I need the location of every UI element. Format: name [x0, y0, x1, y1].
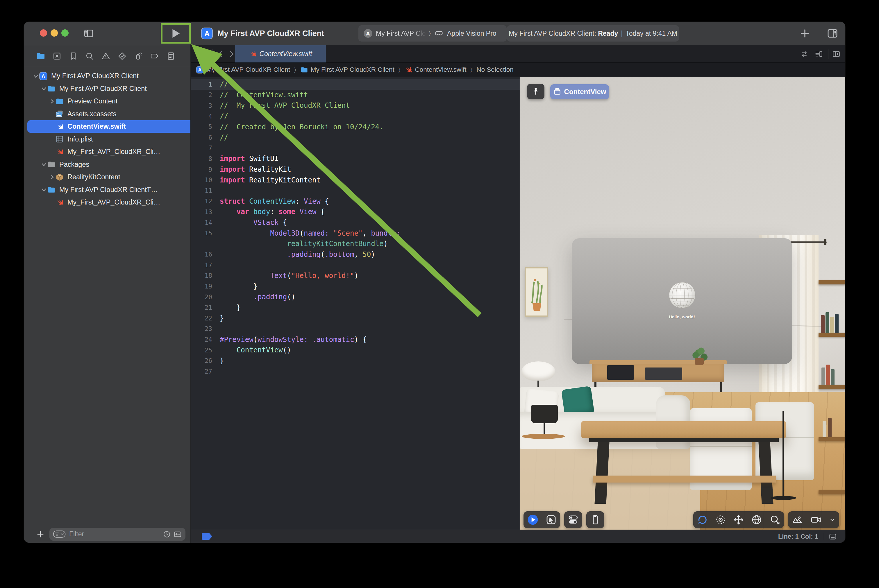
disclosure-down-icon[interactable] — [41, 161, 47, 168]
navigator-tab-issues[interactable] — [101, 51, 110, 61]
play-preview-button[interactable] — [527, 514, 539, 525]
scene-button[interactable] — [792, 514, 803, 525]
code-line-26[interactable]: 26} — [191, 355, 520, 366]
camera-button[interactable] — [810, 514, 822, 525]
breadcrumb-item[interactable]: AMy First AVP CloudXR Client — [196, 66, 290, 74]
navigator-tab-breakpoints[interactable] — [150, 51, 159, 61]
forward-chevron-icon[interactable] — [227, 50, 236, 58]
navigator-tab-project[interactable] — [36, 51, 45, 61]
code-line-21[interactable]: 21 } — [191, 302, 520, 313]
tree-item-my-first-avp-cloudxr-client[interactable]: AMy First AVP CloudXR Client — [27, 70, 192, 82]
flags-filter-icon[interactable] — [173, 530, 182, 538]
recents-clock-icon[interactable] — [163, 530, 171, 538]
code-line-1[interactable]: 1// — [191, 79, 520, 90]
sidebar-toggle-icon[interactable] — [83, 28, 94, 39]
orbit-button[interactable] — [715, 514, 726, 525]
navigator-tab-bookmarks[interactable] — [69, 51, 78, 61]
code-line-15[interactable]: 15 Model3D(named: "Scene", bundle: — [191, 228, 520, 238]
add-editor-icon[interactable] — [832, 50, 841, 58]
code-line-24[interactable]: 24#Preview(windowStyle: .automatic) { — [191, 334, 520, 345]
code-review-icon[interactable] — [800, 50, 808, 58]
scheme-selector[interactable]: A My First AVP Clo 〉 Apple Vision Pro — [358, 25, 506, 42]
code-line-4[interactable]: 4// — [191, 111, 520, 122]
code-line-13[interactable]: 13 var body: some View { — [191, 207, 520, 217]
filter-field[interactable] — [50, 528, 185, 541]
code-line-10[interactable]: 10import RealityKitContent — [191, 175, 520, 185]
breadcrumb-item[interactable]: My First AVP CloudXR Client — [300, 66, 394, 74]
code-line-20[interactable]: 20 .padding() — [191, 292, 520, 302]
code-line-12[interactable]: 12struct ContentView: View { — [191, 196, 520, 207]
code-line-16[interactable]: 16 .padding(.bottom, 50) — [191, 249, 520, 260]
preview-canvas[interactable]: Hello, world! — [520, 77, 845, 530]
tree-item-info-plist[interactable]: Info.plist — [27, 133, 209, 146]
tree-item-packages[interactable]: Packages — [27, 158, 201, 171]
scheme-device[interactable]: Apple Vision Pro — [447, 30, 496, 38]
zoom-button[interactable] — [769, 514, 781, 525]
pan-button[interactable] — [733, 514, 744, 525]
tree-item-preview-content[interactable]: Preview Content — [27, 95, 209, 108]
tree-item-my-first-avp-cloudxr-clientt[interactable]: My First AVP CloudXR ClientT… — [27, 184, 201, 196]
zoom-button[interactable] — [61, 29, 69, 37]
code-line-7[interactable]: 7 — [191, 143, 520, 154]
inspector-toggle-icon[interactable] — [826, 27, 839, 39]
navigator-tab-tests[interactable] — [117, 51, 127, 61]
code-line-23[interactable]: 23 — [191, 324, 520, 334]
source-editor[interactable]: 1//2// ContentView.swift3// My First AVP… — [191, 77, 520, 530]
filter-input[interactable] — [69, 530, 160, 538]
code-line-2[interactable]: 2// ContentView.swift — [191, 90, 520, 100]
back-chevron-icon[interactable] — [216, 50, 224, 58]
code-line-3[interactable]: 3// My First AVP CloudXR Client — [191, 100, 520, 111]
close-button[interactable] — [40, 29, 47, 37]
navigator-tab-debug[interactable] — [134, 51, 143, 61]
disclosure-down-icon[interactable] — [41, 86, 47, 92]
add-item-button[interactable] — [36, 530, 45, 538]
navigator-tab-find[interactable] — [85, 51, 94, 61]
code-line-22[interactable]: 22} — [191, 313, 520, 324]
code-line-wrap[interactable]: realityKitContentBundle) — [191, 238, 520, 249]
tab-contentview-swift[interactable]: ContentView.swift — [235, 45, 326, 63]
code-text: VStack { — [220, 219, 287, 226]
code-line-6[interactable]: 6// — [191, 132, 520, 143]
code-line-19[interactable]: 19 } — [191, 281, 520, 292]
disclosure-right-icon[interactable] — [49, 98, 55, 105]
tree-item-contentview-swift[interactable]: ContentView.swift — [27, 120, 209, 133]
visionos-app-window[interactable]: Hello, world! — [572, 238, 792, 364]
camera-options-button[interactable] — [829, 514, 836, 525]
tree-item-my-first-avp-cloudxr-cli[interactable]: My_First_AVP_CloudXR_Cli… — [27, 146, 209, 158]
preview-target-badge[interactable]: ContentView — [550, 84, 609, 99]
rotate-button[interactable] — [696, 514, 708, 525]
code-line-11[interactable]: 11 — [191, 185, 520, 196]
minimize-button[interactable] — [51, 29, 58, 37]
code-line-9[interactable]: 9import RealityKit — [191, 164, 520, 175]
code-line-17[interactable]: 17 — [191, 260, 520, 270]
disclosure-right-icon[interactable] — [49, 174, 55, 180]
filter-icon[interactable] — [53, 531, 66, 538]
device-settings-button[interactable] — [589, 514, 601, 525]
globe-button[interactable] — [751, 514, 762, 525]
code-line-5[interactable]: 5// Created by Jen Borucki on 10/24/24. — [191, 122, 520, 132]
debug-area-toggle-icon[interactable] — [828, 532, 838, 541]
tree-item-my-first-avp-cloudxr-cli[interactable]: My_First_AVP_CloudXR_Cli… — [27, 196, 209, 208]
code-line-25[interactable]: 25 ContentView() — [191, 345, 520, 356]
tree-item-realitykitcontent[interactable]: RealityKitContent — [27, 171, 209, 183]
navigator-tab-reports[interactable] — [166, 51, 176, 61]
pin-preview-button[interactable] — [527, 84, 544, 99]
scene-globe-model[interactable] — [668, 281, 696, 309]
library-plus-button[interactable] — [799, 28, 811, 39]
navigator-tab-source-control[interactable] — [52, 51, 62, 61]
code-line-14[interactable]: 14 VStack { — [191, 217, 520, 228]
breadcrumb-item[interactable]: No Selection — [476, 66, 514, 74]
disclosure-down-icon[interactable] — [33, 73, 39, 79]
variants-button[interactable] — [567, 514, 579, 525]
code-line-27[interactable]: 27 — [191, 366, 520, 377]
breadcrumb-item[interactable]: ContentView.swift — [404, 66, 466, 74]
tree-item-assets-xcassets[interactable]: Assets.xcassets — [27, 108, 209, 120]
code-line-8[interactable]: 8import SwiftUI — [191, 153, 520, 164]
editor-options-icon[interactable] — [814, 50, 823, 58]
tree-item-my-first-avp-cloudxr-client[interactable]: My First AVP CloudXR Client — [27, 82, 201, 95]
scheme-name[interactable]: My First AVP Clo — [376, 30, 426, 38]
pointer-button[interactable] — [545, 514, 557, 525]
breakpoint-tag-icon[interactable] — [202, 533, 212, 540]
code-line-18[interactable]: 18 Text("Hello, world!") — [191, 270, 520, 281]
disclosure-down-icon[interactable] — [41, 186, 47, 193]
